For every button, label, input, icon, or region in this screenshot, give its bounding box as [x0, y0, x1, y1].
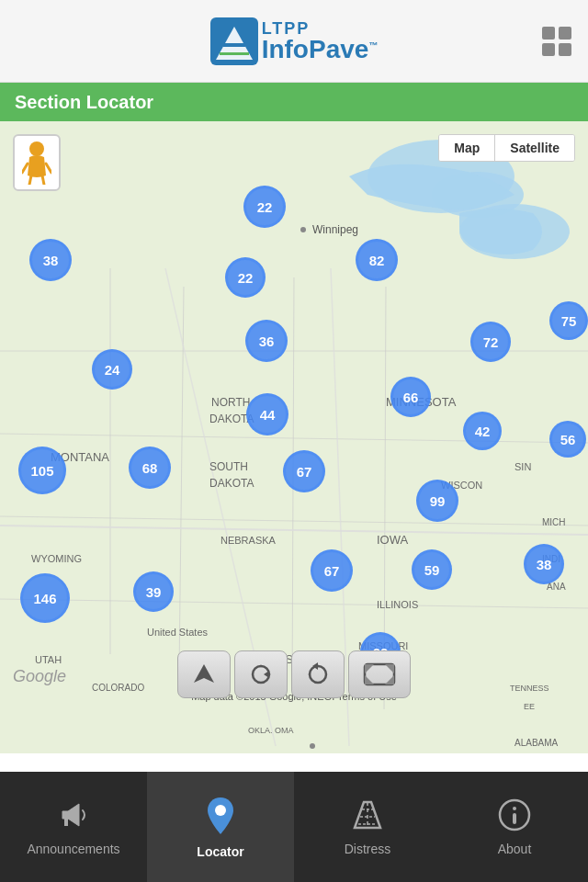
svg-marker-59 [194, 664, 214, 683]
cluster-marker-c10[interactable]: 44 [246, 393, 288, 435]
cluster-marker-c3[interactable]: 22 [225, 257, 266, 298]
svg-marker-64 [385, 664, 394, 673]
cluster-marker-c9[interactable]: 66 [390, 377, 431, 417]
svg-rect-5 [559, 27, 571, 40]
svg-text:SOUTH: SOUTH [209, 460, 248, 473]
svg-point-67 [215, 805, 226, 816]
svg-line-56 [46, 164, 51, 173]
svg-point-49 [300, 227, 306, 232]
map-type-satellite-button[interactable]: Satellite [495, 135, 574, 161]
road-icon [351, 798, 384, 836]
cluster-marker-c6[interactable]: 36 [245, 320, 288, 362]
svg-point-52 [310, 743, 315, 749]
tab-distress-label: Distress [345, 842, 391, 856]
cluster-marker-c15[interactable]: 67 [283, 450, 325, 492]
svg-text:ILLINOIS: ILLINOIS [377, 599, 418, 610]
cluster-marker-c13[interactable]: 105 [18, 447, 66, 494]
svg-rect-4 [542, 27, 555, 40]
svg-text:MICH: MICH [542, 517, 566, 527]
svg-text:NEBRASKA: NEBRASKA [220, 535, 277, 546]
cluster-marker-c5[interactable]: 75 [549, 301, 588, 340]
info-icon [498, 798, 531, 836]
svg-text:SIN: SIN [514, 461, 531, 472]
rotate-button[interactable] [291, 650, 345, 698]
cluster-marker-c19[interactable]: 59 [412, 549, 452, 590]
section-title: Section Locator [15, 92, 153, 113]
svg-marker-66 [385, 675, 394, 684]
svg-line-55 [22, 164, 28, 173]
cluster-marker-c2[interactable]: 38 [29, 239, 72, 281]
svg-rect-2 [223, 43, 245, 47]
megaphone-icon [57, 798, 90, 836]
svg-text:UTAH: UTAH [35, 654, 62, 665]
svg-text:NORTH: NORTH [211, 396, 250, 409]
map-container[interactable]: MONTANA NORTH DAKOTA SOUTH DAKOTA MINNES… [0, 121, 588, 753]
tab-bar: Announcements Locator Distress [0, 772, 588, 882]
cluster-marker-c7[interactable]: 72 [470, 322, 511, 362]
svg-marker-63 [365, 664, 374, 673]
cluster-marker-c8[interactable]: 24 [92, 349, 132, 390]
section-bar: Section Locator [0, 83, 588, 121]
svg-rect-7 [559, 43, 571, 56]
svg-point-74 [513, 807, 516, 810]
navigate-button[interactable] [177, 650, 231, 698]
cluster-marker-c18[interactable]: 67 [311, 549, 353, 592]
cluster-marker-c20[interactable]: 38 [524, 544, 564, 584]
cluster-marker-c14[interactable]: 68 [129, 447, 171, 489]
svg-marker-65 [365, 675, 374, 684]
svg-rect-3 [220, 52, 249, 55]
app-logo: LTPP InfoPave™ [210, 17, 379, 65]
cluster-marker-c12[interactable]: 56 [549, 421, 586, 458]
map-action-bar [177, 650, 411, 698]
svg-text:Google: Google [13, 667, 66, 685]
refresh-button[interactable] [234, 650, 288, 698]
svg-marker-60 [264, 671, 269, 678]
logo-icon [210, 17, 258, 65]
map-type-map-button[interactable]: Map [439, 135, 494, 161]
svg-text:IOWA: IOWA [377, 533, 409, 547]
cluster-marker-c17[interactable]: 39 [133, 571, 174, 612]
svg-text:EE: EE [524, 702, 535, 711]
app-header: LTPP InfoPave™ [0, 0, 588, 83]
tab-about[interactable]: About [441, 772, 588, 882]
tab-about-label: About [498, 842, 532, 856]
tab-announcements[interactable]: Announcements [0, 772, 147, 882]
cluster-marker-c1[interactable]: 22 [243, 186, 286, 228]
street-view-control[interactable] [13, 134, 61, 191]
tab-locator[interactable]: Locator [147, 772, 294, 882]
svg-text:WYOMING: WYOMING [31, 553, 82, 564]
svg-text:OKLA.  OMA: OKLA. OMA [248, 726, 294, 735]
cluster-marker-c16[interactable]: 99 [416, 480, 458, 522]
logo-text: LTPP InfoPave™ [262, 20, 379, 62]
cluster-marker-c21[interactable]: 146 [20, 573, 70, 623]
cluster-marker-c11[interactable]: 42 [463, 412, 502, 450]
grid-icon[interactable] [540, 25, 573, 58]
svg-text:Winnipeg: Winnipeg [312, 223, 358, 236]
svg-text:ALABAMA: ALABAMA [514, 738, 559, 748]
map-type-controls[interactable]: Map Satellite [438, 134, 575, 162]
expand-button[interactable] [348, 650, 411, 698]
tab-announcements-label: Announcements [27, 842, 119, 856]
svg-point-54 [29, 141, 44, 156]
svg-rect-75 [513, 813, 516, 824]
svg-text:DAKOTA: DAKOTA [209, 477, 254, 490]
svg-line-58 [42, 175, 44, 185]
svg-rect-6 [542, 43, 555, 56]
tab-distress[interactable]: Distress [294, 772, 441, 882]
svg-text:United States: United States [147, 627, 209, 638]
logo-infopave: InfoPave™ [262, 37, 379, 62]
cluster-marker-c4[interactable]: 82 [356, 239, 398, 281]
tab-locator-label: Locator [197, 844, 243, 859]
pin-icon [206, 796, 235, 839]
svg-line-57 [29, 175, 31, 185]
